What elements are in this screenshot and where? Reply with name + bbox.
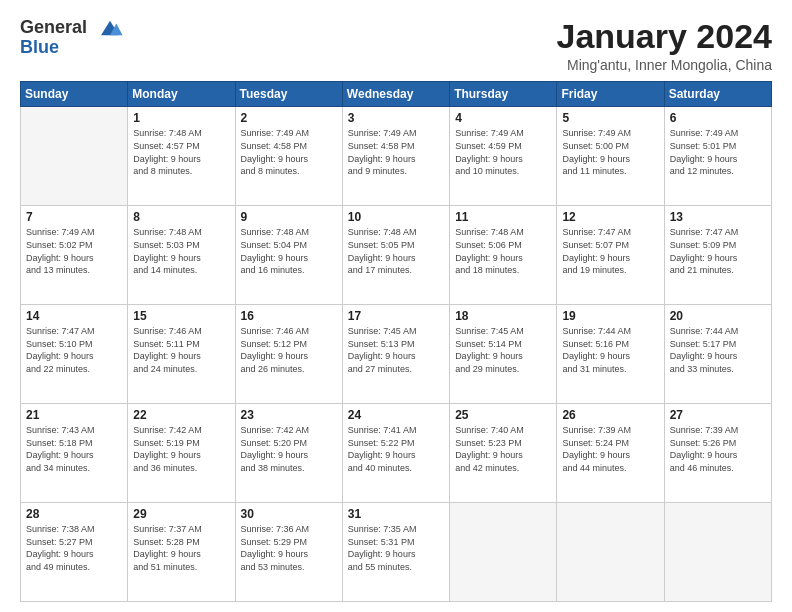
calendar-cell: 15Sunrise: 7:46 AMSunset: 5:11 PMDayligh… [128, 305, 235, 404]
daylight-text-2: and 42 minutes. [455, 462, 551, 475]
week-row-2: 7Sunrise: 7:49 AMSunset: 5:02 PMDaylight… [21, 206, 772, 305]
calendar-cell: 24Sunrise: 7:41 AMSunset: 5:22 PMDayligh… [342, 404, 449, 503]
sunset-text: Sunset: 5:14 PM [455, 338, 551, 351]
day-number: 6 [670, 111, 766, 125]
daylight-text: Daylight: 9 hours [455, 449, 551, 462]
day-header-tuesday: Tuesday [235, 82, 342, 107]
day-header-thursday: Thursday [450, 82, 557, 107]
day-header-sunday: Sunday [21, 82, 128, 107]
day-number: 2 [241, 111, 337, 125]
week-row-1: 1Sunrise: 7:48 AMSunset: 4:57 PMDaylight… [21, 107, 772, 206]
calendar-cell: 26Sunrise: 7:39 AMSunset: 5:24 PMDayligh… [557, 404, 664, 503]
sunrise-text: Sunrise: 7:39 AM [670, 424, 766, 437]
sunset-text: Sunset: 4:59 PM [455, 140, 551, 153]
day-number: 8 [133, 210, 229, 224]
day-number: 18 [455, 309, 551, 323]
logo: General Blue [20, 18, 124, 58]
sunset-text: Sunset: 5:04 PM [241, 239, 337, 252]
day-number: 1 [133, 111, 229, 125]
sunrise-text: Sunrise: 7:46 AM [133, 325, 229, 338]
page: General Blue January 2024 Ming'antu, Inn… [0, 0, 792, 612]
day-info: Sunrise: 7:49 AMSunset: 5:02 PMDaylight:… [26, 226, 122, 276]
day-number: 5 [562, 111, 658, 125]
day-number: 14 [26, 309, 122, 323]
sunset-text: Sunset: 5:26 PM [670, 437, 766, 450]
daylight-text: Daylight: 9 hours [26, 449, 122, 462]
day-info: Sunrise: 7:48 AMSunset: 4:57 PMDaylight:… [133, 127, 229, 177]
sunrise-text: Sunrise: 7:40 AM [455, 424, 551, 437]
day-info: Sunrise: 7:45 AMSunset: 5:13 PMDaylight:… [348, 325, 444, 375]
calendar-cell: 18Sunrise: 7:45 AMSunset: 5:14 PMDayligh… [450, 305, 557, 404]
calendar-cell: 8Sunrise: 7:48 AMSunset: 5:03 PMDaylight… [128, 206, 235, 305]
daylight-text: Daylight: 9 hours [241, 350, 337, 363]
daylight-text: Daylight: 9 hours [26, 252, 122, 265]
daylight-text: Daylight: 9 hours [455, 252, 551, 265]
logo-general-text: General [20, 17, 87, 37]
day-number: 17 [348, 309, 444, 323]
sunrise-text: Sunrise: 7:49 AM [348, 127, 444, 140]
sunset-text: Sunset: 5:23 PM [455, 437, 551, 450]
sunrise-text: Sunrise: 7:45 AM [348, 325, 444, 338]
day-info: Sunrise: 7:46 AMSunset: 5:12 PMDaylight:… [241, 325, 337, 375]
daylight-text-2: and 13 minutes. [26, 264, 122, 277]
day-info: Sunrise: 7:48 AMSunset: 5:05 PMDaylight:… [348, 226, 444, 276]
sunrise-text: Sunrise: 7:49 AM [26, 226, 122, 239]
day-number: 9 [241, 210, 337, 224]
day-info: Sunrise: 7:41 AMSunset: 5:22 PMDaylight:… [348, 424, 444, 474]
day-info: Sunrise: 7:43 AMSunset: 5:18 PMDaylight:… [26, 424, 122, 474]
sunrise-text: Sunrise: 7:42 AM [133, 424, 229, 437]
daylight-text: Daylight: 9 hours [670, 252, 766, 265]
daylight-text-2: and 38 minutes. [241, 462, 337, 475]
sunset-text: Sunset: 5:24 PM [562, 437, 658, 450]
sunset-text: Sunset: 5:11 PM [133, 338, 229, 351]
calendar-cell: 3Sunrise: 7:49 AMSunset: 4:58 PMDaylight… [342, 107, 449, 206]
day-info: Sunrise: 7:48 AMSunset: 5:04 PMDaylight:… [241, 226, 337, 276]
sunrise-text: Sunrise: 7:49 AM [455, 127, 551, 140]
day-info: Sunrise: 7:49 AMSunset: 4:58 PMDaylight:… [348, 127, 444, 177]
sunset-text: Sunset: 5:28 PM [133, 536, 229, 549]
day-info: Sunrise: 7:40 AMSunset: 5:23 PMDaylight:… [455, 424, 551, 474]
week-row-3: 14Sunrise: 7:47 AMSunset: 5:10 PMDayligh… [21, 305, 772, 404]
day-number: 11 [455, 210, 551, 224]
sunset-text: Sunset: 4:58 PM [348, 140, 444, 153]
daylight-text: Daylight: 9 hours [562, 449, 658, 462]
sunrise-text: Sunrise: 7:39 AM [562, 424, 658, 437]
header-row: SundayMondayTuesdayWednesdayThursdayFrid… [21, 82, 772, 107]
day-number: 4 [455, 111, 551, 125]
day-info: Sunrise: 7:47 AMSunset: 5:07 PMDaylight:… [562, 226, 658, 276]
calendar-cell: 14Sunrise: 7:47 AMSunset: 5:10 PMDayligh… [21, 305, 128, 404]
day-number: 28 [26, 507, 122, 521]
daylight-text: Daylight: 9 hours [348, 252, 444, 265]
day-info: Sunrise: 7:47 AMSunset: 5:10 PMDaylight:… [26, 325, 122, 375]
calendar-cell: 20Sunrise: 7:44 AMSunset: 5:17 PMDayligh… [664, 305, 771, 404]
calendar-cell: 11Sunrise: 7:48 AMSunset: 5:06 PMDayligh… [450, 206, 557, 305]
day-number: 26 [562, 408, 658, 422]
sunset-text: Sunset: 5:27 PM [26, 536, 122, 549]
daylight-text: Daylight: 9 hours [670, 153, 766, 166]
title-block: January 2024 Ming'antu, Inner Mongolia, … [557, 18, 773, 73]
sunrise-text: Sunrise: 7:36 AM [241, 523, 337, 536]
daylight-text: Daylight: 9 hours [133, 548, 229, 561]
week-row-5: 28Sunrise: 7:38 AMSunset: 5:27 PMDayligh… [21, 503, 772, 602]
day-number: 30 [241, 507, 337, 521]
sunrise-text: Sunrise: 7:48 AM [133, 226, 229, 239]
sunset-text: Sunset: 5:12 PM [241, 338, 337, 351]
sunrise-text: Sunrise: 7:41 AM [348, 424, 444, 437]
calendar-cell: 31Sunrise: 7:35 AMSunset: 5:31 PMDayligh… [342, 503, 449, 602]
calendar-cell: 28Sunrise: 7:38 AMSunset: 5:27 PMDayligh… [21, 503, 128, 602]
sunrise-text: Sunrise: 7:49 AM [241, 127, 337, 140]
daylight-text-2: and 24 minutes. [133, 363, 229, 376]
sunrise-text: Sunrise: 7:49 AM [670, 127, 766, 140]
day-info: Sunrise: 7:35 AMSunset: 5:31 PMDaylight:… [348, 523, 444, 573]
calendar-cell: 30Sunrise: 7:36 AMSunset: 5:29 PMDayligh… [235, 503, 342, 602]
daylight-text-2: and 29 minutes. [455, 363, 551, 376]
calendar-cell: 16Sunrise: 7:46 AMSunset: 5:12 PMDayligh… [235, 305, 342, 404]
daylight-text: Daylight: 9 hours [348, 350, 444, 363]
sunrise-text: Sunrise: 7:47 AM [26, 325, 122, 338]
sunset-text: Sunset: 5:17 PM [670, 338, 766, 351]
day-header-saturday: Saturday [664, 82, 771, 107]
daylight-text-2: and 55 minutes. [348, 561, 444, 574]
sunset-text: Sunset: 5:06 PM [455, 239, 551, 252]
day-info: Sunrise: 7:49 AMSunset: 5:00 PMDaylight:… [562, 127, 658, 177]
sunrise-text: Sunrise: 7:48 AM [241, 226, 337, 239]
